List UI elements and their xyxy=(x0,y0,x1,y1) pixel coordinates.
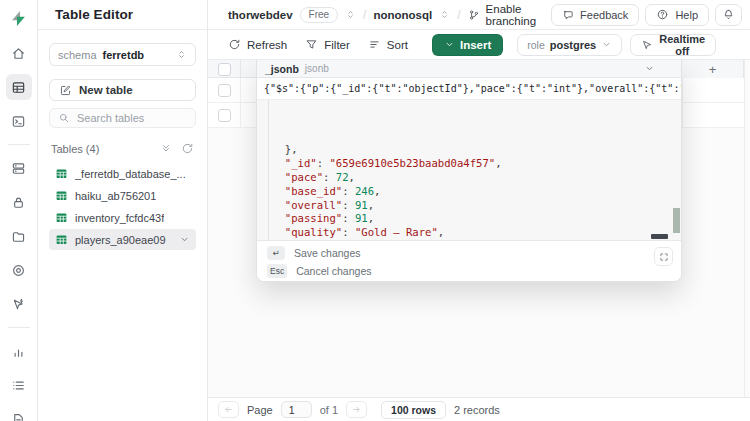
search-icon xyxy=(58,112,70,124)
filter-button[interactable]: Filter xyxy=(305,38,350,51)
auth-icon xyxy=(11,195,26,210)
bell-icon xyxy=(722,8,735,21)
chevron-down-icon xyxy=(601,39,612,50)
editor-line: "pace": 72, xyxy=(272,171,681,185)
esc-key: Esc xyxy=(267,264,287,278)
save-changes-button[interactable]: ↵ Save changes xyxy=(267,246,671,260)
editor-line: "quality": "Gold — Rare", xyxy=(272,226,681,240)
app-window: Table Editor schema ferretdb New table T… xyxy=(0,0,750,421)
help-circle-icon xyxy=(656,8,669,21)
sidebar-header: Table Editor xyxy=(38,0,207,30)
indent-guide xyxy=(268,100,269,240)
realtime-toggle-button[interactable]: Realtime off xyxy=(630,34,716,56)
schema-select[interactable]: schema ferretdb xyxy=(49,43,196,66)
nav-rail xyxy=(0,0,38,421)
refresh-button[interactable]: Refresh xyxy=(228,38,287,51)
editor-line: "_id": "659e6910e5b23baabd0a4f57", xyxy=(272,157,681,171)
git-branch-icon xyxy=(468,9,480,21)
table-grid-icon xyxy=(55,233,68,246)
breadcrumb-separator: / xyxy=(363,8,366,22)
row-checkbox[interactable] xyxy=(218,84,231,97)
rail-divider xyxy=(8,144,30,145)
nav-realtime[interactable] xyxy=(6,291,32,317)
editor-hscrollbar-thumb[interactable] xyxy=(651,234,668,239)
chevron-down-icon[interactable] xyxy=(644,63,655,74)
realtime-icon xyxy=(11,297,26,312)
nav-database[interactable] xyxy=(6,155,32,181)
project-switcher-icon[interactable] xyxy=(439,9,450,20)
project-name[interactable]: nononosql xyxy=(373,9,432,21)
nav-home[interactable] xyxy=(6,40,32,66)
column-name: _jsonb xyxy=(265,63,299,75)
sql-editor-icon xyxy=(11,114,26,129)
data-grid: + _jsonb jsonb {"$s":{"p":{"_id":{"t":"o… xyxy=(208,60,750,397)
expand-icon xyxy=(659,252,669,262)
enable-branching-button[interactable]: Enable branching xyxy=(468,3,545,27)
tables-count-label: Tables (4) xyxy=(51,143,99,155)
notifications-button[interactable] xyxy=(715,4,742,26)
feedback-button[interactable]: Feedback xyxy=(551,4,639,26)
nav-auth[interactable] xyxy=(6,189,32,215)
page-number-input[interactable] xyxy=(281,401,312,418)
rail-divider xyxy=(8,327,30,328)
storage-icon xyxy=(11,229,26,244)
collapse-all-icon[interactable] xyxy=(160,142,172,155)
select-all-checkbox[interactable] xyxy=(218,63,231,76)
enter-key-icon: ↵ xyxy=(267,246,285,260)
nav-sql-editor[interactable] xyxy=(6,108,32,134)
chevron-down-icon[interactable] xyxy=(179,234,190,245)
filter-funnel-icon xyxy=(305,38,318,51)
expand-editor-button[interactable] xyxy=(654,247,673,266)
prev-page-button[interactable] xyxy=(218,401,239,418)
table-name: players_a90eae09 xyxy=(75,234,166,246)
org-switcher-icon[interactable] xyxy=(345,9,356,20)
org-name[interactable]: thorwebdev xyxy=(228,9,293,21)
column-divider xyxy=(682,78,683,128)
home-icon xyxy=(11,46,26,61)
top-bar: thorwebdev Free / nononosql / Enable bra… xyxy=(208,0,750,30)
refresh-icon xyxy=(228,38,241,51)
nav-reports[interactable] xyxy=(6,338,32,364)
grid-scrollbar-track[interactable] xyxy=(744,60,750,397)
chevrons-updown-icon xyxy=(176,49,187,60)
refresh-tables-icon[interactable] xyxy=(181,142,194,155)
add-column-button[interactable]: + xyxy=(682,60,744,78)
role-select[interactable]: role postgres xyxy=(517,34,622,56)
column-header-jsonb[interactable]: _jsonb jsonb xyxy=(257,60,681,78)
row-checkbox[interactable] xyxy=(218,109,231,122)
table-item-haiku_ab756201[interactable]: haiku_ab756201 xyxy=(49,185,196,206)
schema-label: schema xyxy=(58,49,97,61)
cancel-changes-button[interactable]: Esc Cancel changes xyxy=(267,264,671,278)
sort-button[interactable]: Sort xyxy=(368,38,408,51)
plan-badge: Free xyxy=(300,7,339,23)
nav-table-editor[interactable] xyxy=(6,74,32,100)
nav-api-docs[interactable] xyxy=(6,406,32,421)
rows-per-page-button[interactable]: 100 rows xyxy=(381,401,446,419)
page-label: Page xyxy=(247,404,273,416)
cell-value-preview[interactable]: {"$s":{"p":{"_id":{"t":"objectId"},"pace… xyxy=(257,78,681,100)
new-table-button[interactable]: New table xyxy=(49,79,196,101)
pagination-bar: Page of 1 100 rows 2 records xyxy=(208,397,750,421)
column-type: jsonb xyxy=(305,63,329,74)
sort-lines-icon xyxy=(368,38,381,51)
table-item-players_a90eae09[interactable]: players_a90eae09 xyxy=(49,229,196,250)
record-count: 2 records xyxy=(454,404,500,416)
table-item-_ferretdb_database_[interactable]: _ferretdb_database_... xyxy=(49,163,196,184)
api-docs-icon xyxy=(11,412,26,421)
nav-storage[interactable] xyxy=(6,223,32,249)
editor-scrollbar-thumb[interactable] xyxy=(673,208,680,233)
table-grid-icon xyxy=(55,211,68,224)
search-tables-box xyxy=(49,108,196,128)
nav-logs[interactable] xyxy=(6,372,32,398)
editor-footer: ↵ Save changes Esc Cancel changes xyxy=(257,240,681,281)
supabase-logo-icon[interactable] xyxy=(9,9,28,28)
search-tables-input[interactable] xyxy=(77,112,187,124)
json-code-editor[interactable]: }, "_id": "659e6910e5b23baabd0a4f57", "p… xyxy=(257,100,681,240)
nav-edge-functions[interactable] xyxy=(6,257,32,283)
edit-pencil-icon xyxy=(59,84,72,97)
help-button[interactable]: Help xyxy=(645,4,709,26)
table-item-inventory_fcfdc43f[interactable]: inventory_fcfdc43f xyxy=(49,207,196,228)
next-page-button[interactable] xyxy=(346,401,367,418)
table-name: haiku_ab756201 xyxy=(75,190,156,202)
insert-button[interactable]: Insert xyxy=(432,34,503,56)
